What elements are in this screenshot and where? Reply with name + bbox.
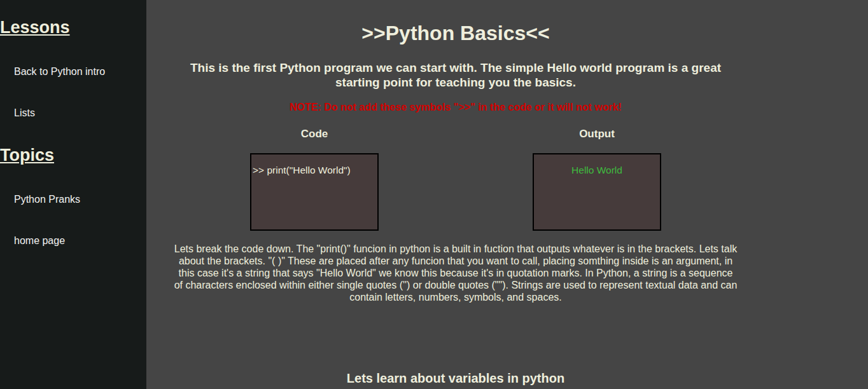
output-heading: Output xyxy=(579,128,615,139)
sidebar-item-python-pranks[interactable]: Python Pranks xyxy=(14,194,146,205)
code-text: >> print("Hello World") xyxy=(253,165,351,175)
note-warning-text: NOTE: Do not add these symbols ">>" in t… xyxy=(173,102,738,113)
output-box: Hello World xyxy=(533,153,661,231)
code-output-headings-row: Code Output xyxy=(173,128,738,139)
sidebar: Lessons Back to Python intro Lists Topic… xyxy=(0,0,146,389)
sidebar-heading-topics: Topics xyxy=(0,146,146,165)
code-box-cell: >> print("Hello World") xyxy=(173,153,456,231)
code-heading: Code xyxy=(301,128,328,139)
output-box-cell: Hello World xyxy=(456,153,738,231)
code-output-boxes-row: >> print("Hello World") Hello World xyxy=(173,153,738,231)
code-heading-cell: Code xyxy=(173,128,456,139)
output-heading-cell: Output xyxy=(456,128,738,139)
page-title: >>Python Basics<< xyxy=(173,0,738,43)
sidebar-heading-lessons: Lessons xyxy=(0,18,146,38)
code-box: >> print("Hello World") xyxy=(250,153,379,231)
main-content: >>Python Basics<< This is the first Pyth… xyxy=(146,0,868,389)
sidebar-item-lists[interactable]: Lists xyxy=(14,107,146,119)
output-text: Hello World xyxy=(571,165,622,175)
sidebar-item-back-to-python-intro[interactable]: Back to Python intro xyxy=(14,66,146,78)
variables-section-heading: Lets learn about variables in python xyxy=(173,372,738,385)
content-column: >>Python Basics<< This is the first Pyth… xyxy=(173,0,738,385)
intro-text: This is the first Python program we can … xyxy=(173,60,738,90)
sidebar-item-home-page[interactable]: home page xyxy=(14,235,146,247)
explanation-text: Lets break the code down. The "print()" … xyxy=(173,243,738,303)
